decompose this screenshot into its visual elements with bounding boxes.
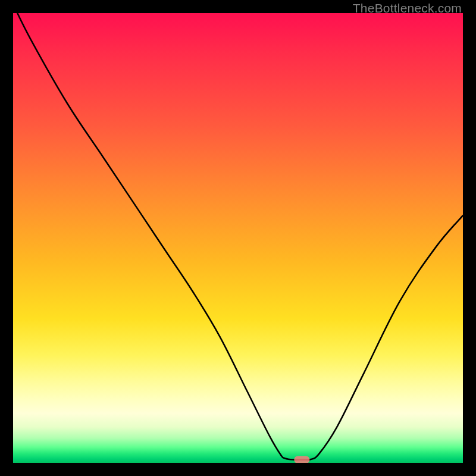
svg-rect-0 [294, 456, 309, 463]
chart-svg [13, 13, 463, 463]
bottleneck-curve [13, 13, 463, 460]
chart-frame: TheBottleneck.com [0, 0, 476, 476]
watermark: TheBottleneck.com [353, 1, 462, 15]
optimal-marker [294, 456, 309, 463]
